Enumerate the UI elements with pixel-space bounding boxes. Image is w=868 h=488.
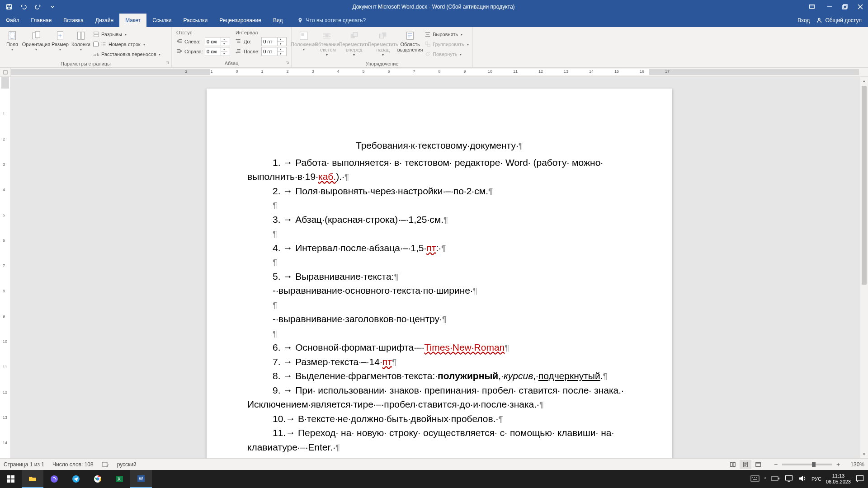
scroll-thumb[interactable] [862,86,867,285]
status-word-count[interactable]: Число слов: 108 [52,461,94,468]
title-bar: Документ Microsoft Word.docx - Word (Сбо… [0,0,868,14]
svg-rect-37 [11,479,14,483]
taskbar-telegram[interactable] [65,470,87,488]
tab-insert[interactable]: Вставка [57,14,90,27]
view-read-mode[interactable] [727,460,739,469]
svg-rect-31 [733,462,735,466]
svg-rect-27 [428,44,430,47]
maximize-button[interactable] [837,0,853,14]
group-label-paragraph: Абзац [225,61,239,66]
system-tray: ˄ РУС 11:1306.05.2023 [750,473,868,485]
position-button: Положение▾ [293,29,314,52]
svg-rect-11 [35,32,40,38]
paragraph-launcher[interactable] [285,61,290,66]
svg-rect-48 [778,478,779,479]
svg-rect-3 [810,5,815,9]
tab-home[interactable]: Главная [25,14,58,27]
canvas[interactable]: Требования·к·текстовому·документу·¶ 1. →… [11,77,868,458]
taskbar-excel[interactable]: X [108,470,130,488]
svg-rect-22 [353,33,357,37]
spacing-after-input[interactable]: ▴▾ [261,47,287,56]
scroll-up-button[interactable]: ▴ [860,77,868,85]
tab-mailings[interactable]: Рассылки [177,14,213,27]
svg-rect-49 [785,476,792,480]
page-setup-launcher[interactable] [165,61,170,66]
spacing-header: Интервал [236,30,287,36]
tab-references[interactable]: Ссылки [146,14,177,27]
align-button[interactable]: Выровнять▾ [425,30,469,39]
doc-title: Требования·к·текстовому·документу· [356,140,519,150]
size-button[interactable]: Размер▾ [50,29,71,52]
tray-battery-icon[interactable] [771,474,780,484]
status-spellcheck[interactable] [102,461,109,468]
ribbon-display-options-button[interactable] [806,0,818,14]
rotate-button: Повернуть▾ [425,50,469,59]
spacing-before-input[interactable]: ▴▾ [261,37,287,46]
tab-review[interactable]: Рецензирование [213,14,267,27]
indent-right-input[interactable]: ▴▾ [205,47,230,56]
tab-layout[interactable]: Макет [119,14,146,27]
horizontal-ruler[interactable]: 2101234567891011121314151617 [11,69,859,75]
tray-notifications-icon[interactable] [855,474,864,484]
group-paragraph: Отступ Слева: ▴▾ Справа: ▴▾ Интервал До:… [172,27,292,67]
taskbar-chrome[interactable] [87,470,108,488]
hyphenation-button[interactable]: a-bРасстановка переносов▾ [93,50,160,59]
orientation-button[interactable]: Ориентация▾ [23,29,50,52]
taskbar-viber[interactable] [43,470,65,488]
columns-button[interactable]: Колонки▾ [71,29,91,52]
svg-rect-35 [11,475,14,479]
taskbar-explorer[interactable] [22,470,43,488]
close-button[interactable] [853,0,868,14]
vertical-ruler[interactable]: 1234567891011121314 [0,77,11,458]
zoom-level[interactable]: 130% [844,461,864,468]
breaks-button[interactable]: Разрывы▾ [93,30,160,39]
status-page[interactable]: Страница 1 из 1 [4,461,44,468]
page[interactable]: Требования·к·текстовому·документу·¶ 1. →… [207,89,672,458]
vertical-scrollbar[interactable]: ▴ ▾ [860,77,868,458]
group-label-page-setup: Параметры страницы [61,61,111,66]
tab-view[interactable]: Вид [267,14,289,27]
tray-volume-icon[interactable] [798,474,807,484]
zoom-slider[interactable] [782,464,832,465]
svg-text:X: X [118,477,121,482]
svg-rect-24 [380,34,384,38]
indent-left-input[interactable]: ▴▾ [205,37,230,46]
tab-file[interactable]: Файл [0,14,25,27]
svg-rect-46 [751,476,759,481]
share-button[interactable]: Общий доступ [816,17,862,23]
tray-clock[interactable]: 11:1306.05.2023 [826,473,851,485]
tell-me-search[interactable]: Что вы хотите сделать? [297,14,366,27]
signin-button[interactable]: Вход [797,17,810,23]
tray-keyboard-icon[interactable] [750,474,760,484]
window-title: Документ Microsoft Word.docx - Word (Сбо… [61,4,806,10]
svg-rect-14 [81,32,84,40]
view-print-layout[interactable] [740,460,751,469]
view-web-layout[interactable] [752,460,764,469]
window-controls [822,0,868,14]
zoom-in-button[interactable]: + [835,461,842,468]
redo-button[interactable] [32,0,44,14]
indent-right-label: Справа: [184,49,203,54]
tell-me-placeholder: Что вы хотите сделать? [306,17,366,23]
zoom-out-button[interactable]: − [772,461,779,468]
selection-pane-button[interactable]: Область выделения [397,29,423,52]
undo-button[interactable] [17,0,30,14]
line-numbers-button[interactable]: Номера строк▾ [93,40,160,49]
qat-customize-button[interactable] [46,0,59,14]
margins-button[interactable]: Поля▾ [2,29,23,52]
svg-rect-1 [8,5,9,6]
group-button: Группировать▾ [425,40,469,49]
status-language[interactable]: русский [117,461,137,468]
minimize-button[interactable] [822,0,837,14]
os-taskbar: X W ˄ РУС 11:1306.05.2023 [0,470,868,488]
tab-design[interactable]: Дизайн [90,14,119,27]
tray-chevron-icon[interactable]: ˄ [764,477,766,482]
ruler-corner[interactable] [0,68,11,76]
tray-network-icon[interactable] [784,474,793,484]
tray-language[interactable]: РУС [811,476,821,482]
start-button[interactable] [0,470,22,488]
save-button[interactable] [3,0,15,14]
taskbar-word[interactable]: W [130,470,152,488]
scroll-down-button[interactable]: ▾ [860,450,868,458]
svg-rect-15 [94,32,99,34]
